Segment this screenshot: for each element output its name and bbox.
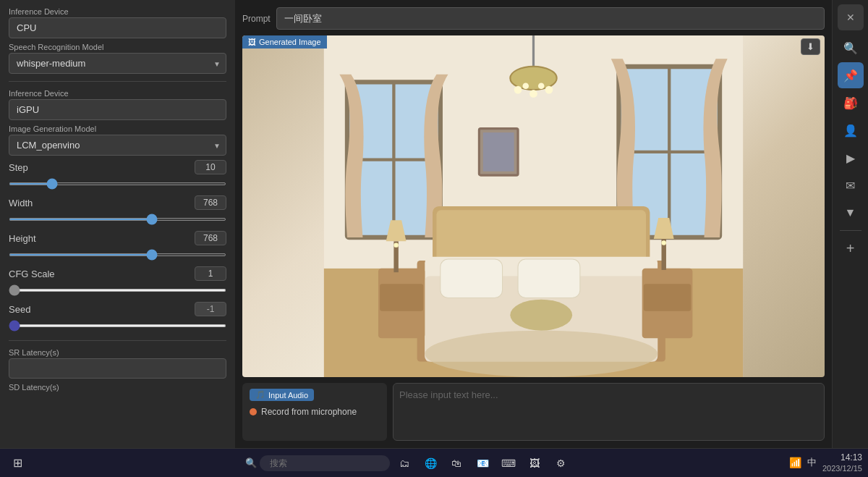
- cfg-slider[interactable]: [9, 289, 226, 292]
- svg-point-17: [538, 83, 545, 89]
- bottom-row: 🎵 Input Audio Record from microphone Ple…: [242, 383, 825, 441]
- image-gen-model-select-wrapper: LCM_openvino ▼: [9, 135, 226, 156]
- image-gen-model-section: Image Generation Model LCM_openvino ▼: [9, 124, 226, 156]
- prompt-label: Prompt: [242, 14, 271, 24]
- svg-point-38: [425, 331, 658, 377]
- download-button[interactable]: ⬇: [801, 38, 820, 55]
- inference-device-input-1[interactable]: [9, 17, 226, 38]
- svg-rect-29: [644, 284, 691, 311]
- sr-latency-label: SR Latency(s): [9, 348, 226, 357]
- left-panel: Inference Device Speech Recognition Mode…: [0, 0, 235, 448]
- divider-2: [9, 340, 226, 341]
- height-label: Height: [9, 233, 36, 244]
- sd-latency-section: SD Latency(s): [9, 383, 226, 393]
- cfg-label: CFG Scale: [9, 269, 55, 279]
- inference-device-label-2: Inference Device: [9, 89, 226, 98]
- taskbar-clock: 14:13 2023/12/15: [822, 452, 862, 474]
- image-gen-model-label: Image Generation Model: [9, 124, 226, 133]
- seed-slider[interactable]: [9, 324, 226, 327]
- search-icon: 🔍: [245, 457, 257, 468]
- user-icon[interactable]: 👤: [838, 117, 864, 143]
- svg-point-15: [545, 86, 553, 94]
- speech-model-label: Speech Recognition Model: [9, 43, 226, 51]
- text-input-area[interactable]: Please input text here...: [393, 383, 825, 441]
- height-row: Height 768: [9, 231, 226, 245]
- step-label: Step: [9, 162, 28, 173]
- taskbar-input-method[interactable]: 中: [807, 456, 817, 469]
- speech-model-select-wrapper: whisper-medium ▼: [9, 53, 226, 74]
- bedroom-svg: [242, 35, 825, 377]
- taskbar-time-value: 14:13: [822, 452, 862, 464]
- height-slider[interactable]: [9, 253, 226, 256]
- record-label: Record from microphone: [261, 407, 357, 417]
- taskbar: ⊞ 🔍 🗂 🌐 🛍 📧 ⌨ 🖼 ⚙ 📶 中 14:13 2023/12/15: [0, 448, 868, 477]
- svg-point-13: [514, 86, 522, 94]
- image-gen-model-select[interactable]: LCM_openvino: [9, 135, 226, 156]
- height-section: Height 768: [9, 231, 226, 262]
- svg-point-16: [522, 83, 529, 89]
- taskbar-right: 📶 中 14:13 2023/12/15: [789, 452, 862, 474]
- taskbar-edge-icon[interactable]: 🌐: [419, 452, 442, 475]
- add-icon[interactable]: +: [838, 235, 864, 261]
- width-slider[interactable]: [9, 218, 226, 221]
- mail-icon[interactable]: ✉: [838, 172, 864, 198]
- svg-rect-27: [380, 284, 423, 311]
- svg-point-32: [393, 242, 398, 247]
- svg-rect-19: [436, 210, 646, 264]
- seed-section: Seed -1: [9, 302, 226, 333]
- cfg-row: CFG Scale 1: [9, 266, 226, 281]
- speech-model-select[interactable]: whisper-medium: [9, 53, 226, 74]
- center-panel: Prompt 🖼 Generated Image ⬇: [235, 0, 832, 448]
- seed-value: -1: [195, 302, 226, 316]
- sd-latency-label: SD Latency(s): [9, 383, 226, 392]
- sr-latency-section: SR Latency(s): [9, 348, 226, 379]
- svg-point-14: [529, 90, 537, 98]
- svg-rect-23: [441, 259, 503, 298]
- prompt-row: Prompt: [242, 7, 825, 30]
- right-sidebar: ✕ 🔍 📌 🎒 👤 ▶ ✉ ▼ +: [832, 0, 868, 448]
- start-button[interactable]: ⊞: [6, 452, 29, 475]
- taskbar-date-value: 2023/12/15: [822, 463, 862, 473]
- width-value: 768: [195, 195, 226, 210]
- inference-device-section-1: Inference Device: [9, 7, 226, 38]
- sr-latency-input[interactable]: [9, 358, 226, 379]
- taskbar-search-input[interactable]: [260, 455, 390, 471]
- svg-point-25: [510, 300, 572, 331]
- inference-device-section-2: Inference Device: [9, 89, 226, 120]
- input-audio-panel: 🎵 Input Audio Record from microphone: [242, 383, 387, 441]
- step-section: Step 10: [9, 160, 226, 191]
- record-button[interactable]: Record from microphone: [250, 407, 380, 417]
- width-row: Width 768: [9, 195, 226, 210]
- taskbar-wifi-icon: 📶: [789, 457, 801, 468]
- image-icon: 🖼: [248, 38, 256, 46]
- search-sidebar-icon[interactable]: 🔍: [838, 35, 864, 61]
- close-button[interactable]: ✕: [838, 4, 864, 30]
- bedroom-image: [242, 35, 825, 377]
- bag-icon[interactable]: 🎒: [838, 90, 864, 116]
- inference-device-label-1: Inference Device: [9, 7, 226, 16]
- step-slider[interactable]: [9, 182, 226, 185]
- width-section: Width 768: [9, 195, 226, 227]
- audio-icon: 🎵: [255, 390, 265, 400]
- generated-image-badge: 🖼 Generated Image: [242, 35, 327, 48]
- svg-rect-37: [483, 132, 514, 172]
- inference-device-input-2[interactable]: [9, 99, 226, 120]
- step-value: 10: [195, 160, 226, 174]
- cfg-section: CFG Scale 1: [9, 266, 226, 297]
- prompt-input[interactable]: [276, 7, 825, 30]
- taskbar-files-icon[interactable]: 🗂: [393, 452, 416, 475]
- height-value: 768: [195, 231, 226, 245]
- down-icon[interactable]: ▼: [838, 200, 864, 226]
- taskbar-photos-icon[interactable]: 🖼: [523, 452, 546, 475]
- taskbar-mail2-icon[interactable]: 📧: [471, 452, 494, 475]
- taskbar-terminal-icon[interactable]: ⌨: [497, 452, 520, 475]
- pin-icon[interactable]: 📌: [838, 62, 864, 88]
- seed-row: Seed -1: [9, 302, 226, 316]
- play-icon[interactable]: ▶: [838, 145, 864, 171]
- svg-point-35: [662, 240, 666, 245]
- taskbar-store-icon[interactable]: 🛍: [445, 452, 468, 475]
- taskbar-settings-icon[interactable]: ⚙: [549, 452, 572, 475]
- seed-label: Seed: [9, 304, 30, 315]
- record-dot-icon: [250, 408, 257, 415]
- text-placeholder: Please input text here...: [399, 389, 498, 400]
